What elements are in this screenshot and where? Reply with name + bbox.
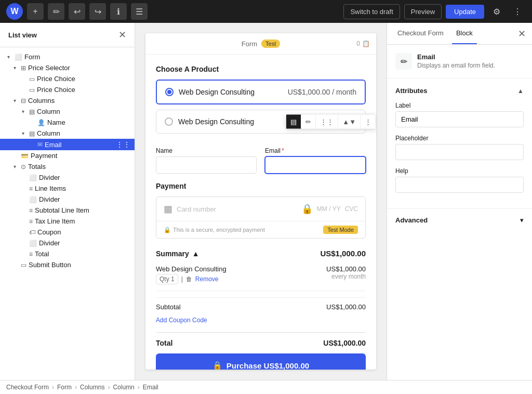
form-icon-2: 📋	[362, 40, 370, 47]
attributes-title: Attributes	[395, 87, 427, 95]
sidebar-item-payment[interactable]: 💳 Payment	[0, 150, 135, 161]
product-choice-1[interactable]: Web Design Consulting US$1,000.00 / mont…	[156, 80, 366, 104]
add-coupon-link[interactable]: Add Coupon Code	[156, 317, 207, 324]
total-row: Total US$1,000.00	[156, 332, 366, 353]
sidebar-item-divider-2[interactable]: ⬜ Divider	[0, 194, 135, 205]
sidebar-item-subtotal-line-item[interactable]: ≡ Subtotal Line Item	[0, 205, 135, 216]
toggle-form: ▾	[4, 54, 12, 60]
sidebar-item-totals[interactable]: ▾ ⊙ Totals	[0, 161, 135, 172]
breadcrumb-item-form[interactable]: Form	[57, 384, 72, 391]
purchase-button[interactable]: 🔒 Purchase US$1,000.00	[156, 353, 366, 370]
product-2-radio[interactable]	[165, 117, 173, 126]
tab-block[interactable]: Block	[452, 23, 477, 44]
sidebar-item-price-choice-2[interactable]: ▭ Price Choice	[0, 84, 135, 95]
settings-icon-button[interactable]: ⚙	[488, 3, 505, 20]
total-icon: ≡	[29, 251, 33, 258]
product-1-radio[interactable]	[165, 88, 174, 96]
sidebar-item-divider-3[interactable]: ⬜ Divider	[0, 238, 135, 248]
attributes-chevron[interactable]: ▲	[517, 87, 524, 95]
sidebar-item-submit-button[interactable]: ▭ Submit Button	[0, 259, 135, 270]
edit-button[interactable]: ✏	[48, 3, 64, 20]
line-item-details: Web Design Consulting Qty 1 | 🗑 Remove	[156, 265, 227, 284]
product-1-left: Web Design Consulting	[165, 88, 255, 96]
help-field-input[interactable]	[395, 177, 524, 193]
advanced-header[interactable]: Advanced ▾	[395, 216, 524, 224]
attributes-section: Attributes ▲ Label Placeholder Help	[387, 78, 532, 209]
placeholder-field-input[interactable]	[395, 144, 524, 160]
breadcrumb-item-email[interactable]: Email	[143, 384, 158, 391]
redo-button[interactable]: ↪	[89, 3, 106, 20]
tab-checkout-form[interactable]: Checkout Form	[393, 23, 448, 44]
email-block-info: ✏ Email Displays an email form field.	[387, 45, 532, 78]
advanced-title: Advanced	[395, 216, 428, 224]
totals-label: Totals	[28, 163, 46, 170]
email-group: Email *	[265, 147, 366, 174]
price-choice-1-label: Price Choice	[37, 75, 75, 83]
add-button[interactable]: +	[27, 3, 44, 20]
sidebar-item-coupon[interactable]: 🏷 Coupon	[0, 227, 135, 238]
sidebar-item-line-items[interactable]: ≡ Line Items	[0, 183, 135, 194]
lock-purchase-icon: 🔒	[212, 361, 222, 370]
divider-line	[156, 291, 366, 291]
subtotal-icon: ≡	[29, 207, 33, 214]
qty-selector[interactable]: Qty 1	[156, 274, 178, 284]
sidebar-header: List view ✕	[0, 23, 135, 47]
secure-text: 🔒 This is a secure, encrypted payment	[164, 227, 265, 233]
help-field-label: Help	[395, 167, 524, 175]
undo-button[interactable]: ↩	[69, 3, 85, 20]
line-items-icon: ≡	[29, 185, 33, 192]
sidebar-item-price-choice-1[interactable]: ▭ Price Choice	[0, 73, 135, 84]
payment-section: Payment ▦ Card number 🔒 MM / YY CVC	[156, 182, 366, 239]
more-options-button[interactable]: ⋮	[509, 3, 526, 20]
info-button[interactable]: ℹ	[110, 3, 127, 20]
email-block-desc: Displays an email form field.	[417, 62, 495, 69]
sidebar-item-divider-1[interactable]: ⬜ Divider	[0, 172, 135, 183]
coupon-icon: 🏷	[29, 229, 35, 236]
sidebar-item-price-selector[interactable]: ▾ ⊞ Price Selector	[0, 62, 135, 73]
sidebar-item-column-1[interactable]: ▾ ▤ Column	[0, 106, 135, 117]
sidebar-item-form[interactable]: ▾ ⬜ Form	[0, 51, 135, 62]
label-field-label: Label	[395, 102, 524, 109]
update-button[interactable]: Update	[446, 5, 484, 19]
sidebar-item-tax-line-item[interactable]: ≡ Tax Line Item	[0, 216, 135, 227]
sidebar-close-button[interactable]: ✕	[118, 29, 126, 41]
breadcrumb-item-checkout-form[interactable]: Checkout Form	[6, 384, 49, 391]
breadcrumb-item-columns[interactable]: Columns	[80, 384, 104, 391]
sidebar-item-email[interactable]: ✉ Email ⋮⋮	[0, 139, 135, 150]
price-choice-2-label: Price Choice	[37, 86, 75, 94]
card-right-fields: MM / YY CVC	[317, 205, 358, 213]
toolbar-edit-btn[interactable]: ✏	[301, 115, 316, 129]
breadcrumb-sep-1: ›	[52, 384, 54, 391]
email-icon: ✏	[401, 57, 407, 67]
name-input[interactable]	[156, 156, 257, 174]
product-1-name: Web Design Consulting	[179, 88, 255, 96]
toolbar-more-btn[interactable]: ⋮	[361, 115, 376, 129]
remove-link[interactable]: Remove	[195, 275, 219, 283]
toolbar-block-btn[interactable]: ▤	[286, 115, 301, 129]
toolbar-move-btn[interactable]: ▲▼	[338, 115, 361, 129]
name-label-tree: Name	[47, 119, 65, 126]
list-view-button[interactable]: ☰	[131, 3, 148, 20]
subtotal-value: US$1,000.00	[326, 303, 366, 311]
sidebar-item-column-2[interactable]: ▾ ▤ Column	[0, 128, 135, 139]
preview-button[interactable]: Preview	[404, 4, 442, 19]
sidebar-item-total[interactable]: ≡ Total	[0, 248, 135, 259]
label-field-input[interactable]	[395, 111, 524, 127]
tax-tree-label: Tax Line Item	[35, 217, 75, 225]
breadcrumb-item-column[interactable]: Column	[113, 384, 134, 391]
toggle-price-selector: ▾	[10, 65, 19, 71]
column-1-icon: ▤	[29, 108, 35, 115]
sidebar-item-name[interactable]: 👤 Name	[0, 117, 135, 128]
canvas-body: Choose A Product Web Design Consulting U…	[145, 55, 376, 370]
toolbar-drag-btn[interactable]: ⋮⋮	[316, 115, 338, 129]
subtotal-label: Subtotal	[156, 303, 181, 311]
total-value: US$1,000.00	[323, 339, 366, 347]
right-panel-close-button[interactable]: ✕	[518, 28, 526, 40]
email-input[interactable]	[265, 156, 366, 174]
line-item-1: Web Design Consulting Qty 1 | 🗑 Remove U…	[156, 265, 366, 284]
switch-to-draft-button[interactable]: Switch to draft	[343, 4, 400, 19]
summary-chevron-icon[interactable]: ▲	[192, 249, 200, 258]
secure-row: 🔒 This is a secure, encrypted payment Te…	[156, 221, 365, 238]
divider-1-icon: ⬜	[29, 174, 37, 181]
sidebar-item-columns[interactable]: ▾ ⊟ Columns	[0, 95, 135, 106]
